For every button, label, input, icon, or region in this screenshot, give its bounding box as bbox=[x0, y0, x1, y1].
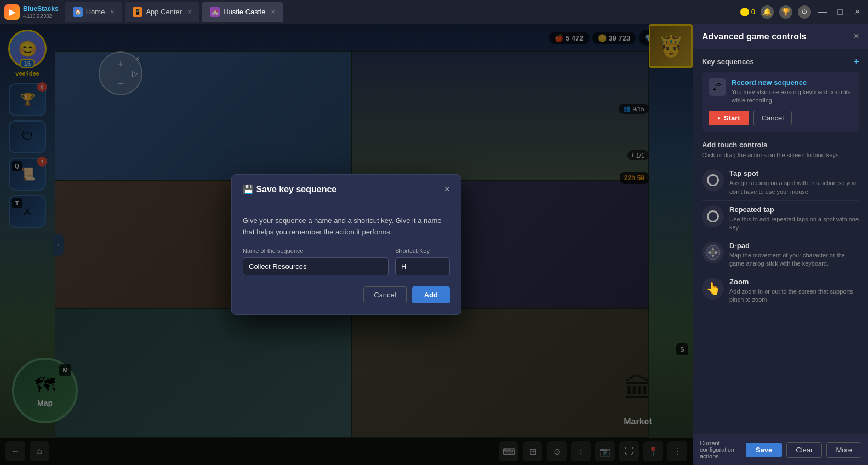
appcenter-tab-icon: 📱 bbox=[133, 7, 142, 17]
cancel-recording-button[interactable]: Cancel bbox=[753, 111, 792, 125]
touch-controls-title: Add touch controls bbox=[702, 141, 859, 149]
panel-footer: Current configuration actions Save Clear… bbox=[693, 434, 868, 465]
pencil-icon: 🖊 bbox=[713, 82, 722, 92]
notification-bell-icon[interactable]: 🔔 bbox=[761, 5, 774, 19]
repeated-tap-desc: Use this to add repeated taps on a spot … bbox=[729, 215, 859, 232]
modal-close-button[interactable]: × bbox=[444, 183, 450, 195]
game-tab-close[interactable]: × bbox=[271, 8, 275, 16]
modal-overlay: 💾 Save key sequence × Give your sequence… bbox=[0, 24, 693, 465]
record-actions: Start Cancel bbox=[709, 111, 853, 125]
shortcut-field-label: Shortcut Key bbox=[395, 248, 450, 254]
tap-spot-title: Tap spot bbox=[729, 169, 859, 177]
tap-spot-item: Tap spot Assign tapping on a spot with t… bbox=[702, 165, 859, 201]
tab-appcenter[interactable]: 📱 App Center × bbox=[125, 2, 199, 22]
dpad-desc: Map the movement of your character or th… bbox=[729, 251, 859, 268]
sequence-name-group: Name of the sequence bbox=[243, 248, 389, 275]
repeated-tap-circle-icon bbox=[707, 210, 719, 222]
sequence-name-input[interactable] bbox=[243, 257, 389, 275]
zoom-item: 👆 Zoom Add zoom in or out to the screen … bbox=[702, 273, 859, 309]
panel-title: Advanced game controls bbox=[702, 32, 806, 42]
dpad-title: D-pad bbox=[729, 242, 859, 250]
trophy-icon[interactable]: 🏆 bbox=[779, 5, 792, 19]
panel-close-button[interactable]: × bbox=[853, 31, 859, 42]
repeated-tap-info: Repeated tap Use this to add repeated ta… bbox=[729, 205, 859, 232]
appcenter-tab-close[interactable]: × bbox=[187, 8, 191, 16]
record-new-sequence-link[interactable]: Record new sequence bbox=[732, 78, 853, 87]
dpad-info: D-pad Map the movement of your character… bbox=[729, 242, 859, 268]
tab-game[interactable]: 🏰 Hustle Castle × bbox=[202, 2, 282, 22]
home-tab-close[interactable]: × bbox=[110, 8, 114, 16]
more-config-button[interactable]: More bbox=[826, 442, 861, 458]
modal-add-button[interactable]: Add bbox=[412, 286, 450, 303]
record-description: You may also use existing keyboard contr… bbox=[732, 88, 853, 105]
zoom-hand-icon: 👆 bbox=[706, 282, 721, 296]
section-header-keys: Key sequences + bbox=[702, 56, 859, 67]
save-sequence-modal: 💾 Save key sequence × Give your sequence… bbox=[231, 174, 461, 315]
dpad-svg-icon bbox=[705, 245, 721, 260]
app-logo: ▶ BlueStacks 4.110.0.3002 bbox=[4, 4, 59, 20]
svg-point-5 bbox=[711, 250, 715, 255]
touch-controls-desc: Click or drag the actions on the screen … bbox=[702, 151, 859, 159]
logo-icon: ▶ bbox=[4, 4, 20, 20]
app-name-text: BlueStacks 4.110.0.3002 bbox=[23, 5, 59, 18]
modal-actions: Cancel Add bbox=[243, 286, 450, 303]
minimize-button[interactable]: — bbox=[816, 6, 829, 18]
zoom-info: Zoom Add zoom in or out to the screen th… bbox=[729, 278, 859, 305]
repeated-tap-title: Repeated tap bbox=[729, 205, 859, 214]
name-field-label: Name of the sequence bbox=[243, 248, 389, 254]
tap-spot-circle-icon bbox=[707, 174, 719, 186]
modal-cancel-button[interactable]: Cancel bbox=[363, 286, 406, 303]
touch-controls-section: Add touch controls Click or drag the act… bbox=[702, 141, 859, 309]
modal-description: Give your sequence a name and a shortcut… bbox=[243, 215, 450, 238]
add-sequence-button[interactable]: + bbox=[853, 56, 859, 67]
modal-header: 💾 Save key sequence × bbox=[232, 175, 461, 204]
repeated-tap-item: Repeated tap Use this to add repeated ta… bbox=[702, 201, 859, 237]
shortcut-key-input[interactable] bbox=[395, 257, 450, 275]
record-info: Record new sequence You may also use exi… bbox=[732, 78, 853, 105]
repeated-tap-icon bbox=[702, 205, 724, 227]
panel-header: Advanced game controls × bbox=[693, 24, 868, 49]
panel-content: Key sequences + 🖊 Record new sequence Yo… bbox=[693, 49, 868, 434]
zoom-title: Zoom bbox=[729, 278, 859, 286]
game-tab-icon: 🏰 bbox=[210, 7, 220, 17]
close-button[interactable]: × bbox=[852, 6, 864, 18]
zoom-desc: Add zoom in or out to the screen that su… bbox=[729, 288, 859, 305]
zoom-icon: 👆 bbox=[702, 278, 724, 300]
tab-home[interactable]: 🏠 Home × bbox=[65, 2, 122, 22]
home-tab-icon: 🏠 bbox=[73, 7, 83, 17]
key-sequences-title: Key sequences bbox=[702, 58, 754, 66]
modal-body: Give your sequence a name and a shortcut… bbox=[232, 204, 461, 315]
dpad-item: D-pad Map the movement of your character… bbox=[702, 237, 859, 273]
shortcut-key-group: Shortcut Key bbox=[395, 248, 450, 275]
tap-spot-info: Tap spot Assign tapping on a spot with t… bbox=[729, 169, 859, 196]
right-panel: Advanced game controls × Key sequences +… bbox=[693, 24, 868, 465]
start-recording-button[interactable]: Start bbox=[709, 111, 749, 125]
config-actions-title: Current configuration actions bbox=[700, 440, 741, 460]
save-config-button[interactable]: Save bbox=[746, 443, 782, 457]
game-area: 🍎 5 472 🪙 39 723 💎 334 + 👥 9/15 bbox=[0, 24, 693, 465]
tap-spot-icon bbox=[702, 169, 724, 191]
modal-title: 💾 Save key sequence bbox=[243, 184, 336, 194]
record-row: 🖊 Record new sequence You may also use e… bbox=[709, 78, 853, 105]
record-sequence-box: 🖊 Record new sequence You may also use e… bbox=[702, 72, 859, 132]
title-bar: ▶ BlueStacks 4.110.0.3002 🏠 Home × 📱 App… bbox=[0, 0, 868, 24]
key-sequences-section: Key sequences + 🖊 Record new sequence Yo… bbox=[702, 56, 859, 132]
record-icon: 🖊 bbox=[709, 78, 726, 96]
coin-display: 0 bbox=[740, 8, 755, 16]
dpad-icon bbox=[702, 242, 724, 263]
modal-fields: Name of the sequence Shortcut Key bbox=[243, 248, 450, 275]
settings-gear-icon[interactable]: ⚙ bbox=[798, 5, 811, 19]
tap-spot-desc: Assign tapping on a spot with this actio… bbox=[729, 179, 859, 196]
clear-config-button[interactable]: Clear bbox=[786, 442, 822, 458]
title-bar-right: 0 🔔 🏆 ⚙ — □ × bbox=[740, 5, 864, 19]
maximize-button[interactable]: □ bbox=[834, 6, 846, 18]
